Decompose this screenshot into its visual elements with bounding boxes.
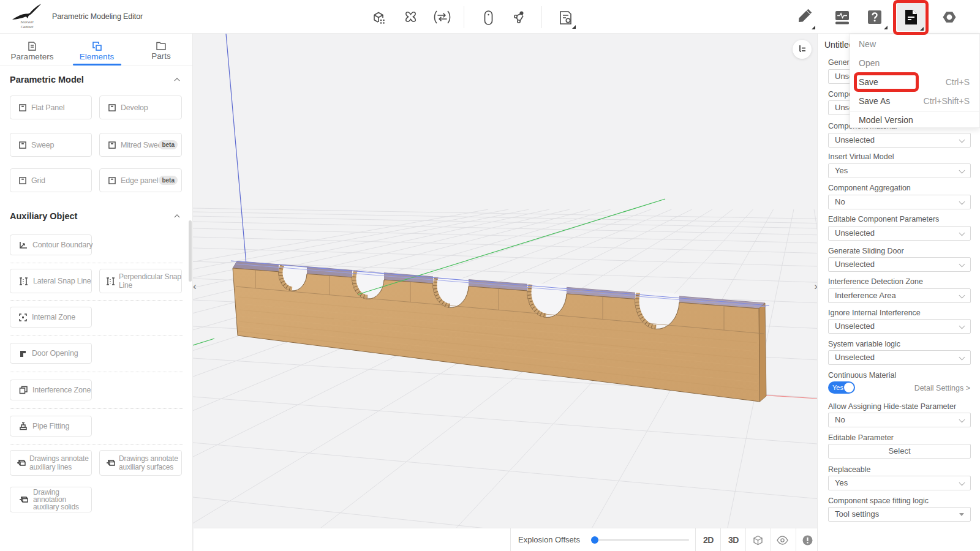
svg-text:Cabinet: Cabinet [21, 24, 34, 29]
svg-text:SeaGull: SeaGull [21, 20, 34, 24]
